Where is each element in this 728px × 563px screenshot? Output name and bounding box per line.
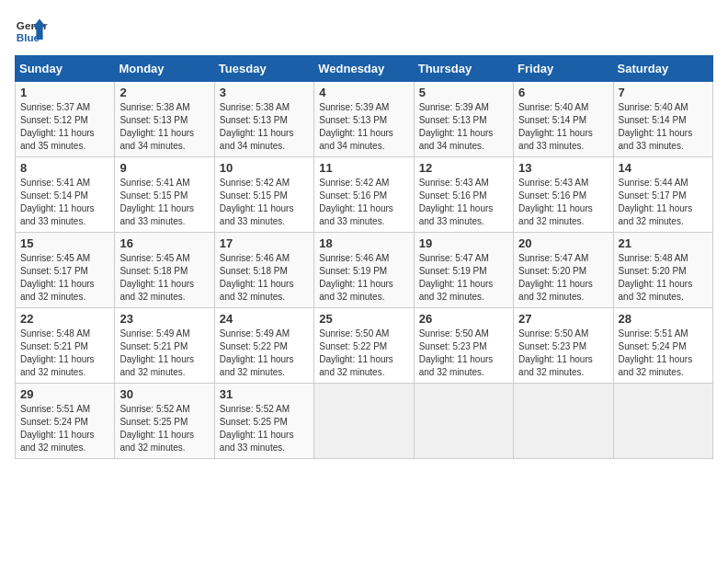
calendar-cell: 26Sunrise: 5:50 AMSunset: 5:23 PMDayligh… <box>414 308 513 384</box>
day-number: 12 <box>419 161 508 175</box>
calendar-cell: 24Sunrise: 5:49 AMSunset: 5:22 PMDayligh… <box>214 308 313 384</box>
calendar-cell: 27Sunrise: 5:50 AMSunset: 5:23 PMDayligh… <box>514 308 613 384</box>
day-number: 6 <box>518 86 608 99</box>
day-info: Sunrise: 5:43 AMSunset: 5:16 PMDaylight:… <box>419 177 508 228</box>
day-number: 25 <box>319 312 408 326</box>
day-number: 29 <box>20 387 109 401</box>
day-number: 24 <box>220 312 309 326</box>
day-number: 1 <box>20 86 109 99</box>
day-number: 17 <box>220 236 309 250</box>
day-info: Sunrise: 5:41 AMSunset: 5:15 PMDaylight:… <box>119 177 209 228</box>
calendar-cell: 5Sunrise: 5:39 AMSunset: 5:13 PMDaylight… <box>414 82 513 157</box>
calendar-table: SundayMondayTuesdayWednesdayThursdayFrid… <box>15 55 713 459</box>
day-info: Sunrise: 5:41 AMSunset: 5:14 PMDaylight:… <box>20 177 109 228</box>
day-number: 8 <box>20 161 109 175</box>
day-info: Sunrise: 5:50 AMSunset: 5:22 PMDaylight:… <box>319 327 408 379</box>
day-info: Sunrise: 5:40 AMSunset: 5:14 PMDaylight:… <box>619 101 708 153</box>
calendar-header: SundayMondayTuesdayWednesdayThursdayFrid… <box>16 56 713 82</box>
day-number: 7 <box>619 86 708 99</box>
calendar-week-4: 22Sunrise: 5:48 AMSunset: 5:21 PMDayligh… <box>16 308 713 384</box>
day-info: Sunrise: 5:50 AMSunset: 5:23 PMDaylight:… <box>419 327 508 379</box>
day-number: 10 <box>220 161 309 175</box>
calendar-cell: 13Sunrise: 5:43 AMSunset: 5:16 PMDayligh… <box>514 157 613 233</box>
day-info: Sunrise: 5:38 AMSunset: 5:13 PMDaylight:… <box>220 101 309 153</box>
day-info: Sunrise: 5:51 AMSunset: 5:24 PMDaylight:… <box>20 403 109 454</box>
calendar-cell: 16Sunrise: 5:45 AMSunset: 5:18 PMDayligh… <box>115 233 214 308</box>
day-number: 9 <box>119 161 209 175</box>
column-header-tuesday: Tuesday <box>214 56 313 82</box>
calendar-cell: 28Sunrise: 5:51 AMSunset: 5:24 PMDayligh… <box>613 308 712 384</box>
calendar-cell: 9Sunrise: 5:41 AMSunset: 5:15 PMDaylight… <box>115 157 214 233</box>
day-number: 27 <box>518 312 608 326</box>
day-info: Sunrise: 5:39 AMSunset: 5:13 PMDaylight:… <box>319 101 408 153</box>
column-header-thursday: Thursday <box>414 56 513 82</box>
day-info: Sunrise: 5:39 AMSunset: 5:13 PMDaylight:… <box>419 101 508 153</box>
day-info: Sunrise: 5:49 AMSunset: 5:21 PMDaylight:… <box>119 327 209 379</box>
calendar-cell: 22Sunrise: 5:48 AMSunset: 5:21 PMDayligh… <box>16 308 115 384</box>
calendar-cell: 17Sunrise: 5:46 AMSunset: 5:18 PMDayligh… <box>214 233 313 308</box>
calendar-cell: 12Sunrise: 5:43 AMSunset: 5:16 PMDayligh… <box>414 157 513 233</box>
calendar-week-2: 8Sunrise: 5:41 AMSunset: 5:14 PMDaylight… <box>16 157 713 233</box>
calendar-cell: 21Sunrise: 5:48 AMSunset: 5:20 PMDayligh… <box>613 233 712 308</box>
day-number: 4 <box>319 86 408 99</box>
day-number: 15 <box>20 236 109 250</box>
day-info: Sunrise: 5:44 AMSunset: 5:17 PMDaylight:… <box>619 177 708 228</box>
day-info: Sunrise: 5:52 AMSunset: 5:25 PMDaylight:… <box>119 403 209 454</box>
calendar-cell: 7Sunrise: 5:40 AMSunset: 5:14 PMDaylight… <box>613 82 712 157</box>
logo-icon: General Blue <box>15 15 48 48</box>
calendar-week-3: 15Sunrise: 5:45 AMSunset: 5:17 PMDayligh… <box>16 233 713 308</box>
day-info: Sunrise: 5:45 AMSunset: 5:18 PMDaylight:… <box>119 252 209 304</box>
day-number: 28 <box>619 312 708 326</box>
day-number: 26 <box>419 312 508 326</box>
calendar-cell: 1Sunrise: 5:37 AMSunset: 5:12 PMDaylight… <box>16 82 115 157</box>
day-number: 21 <box>619 236 708 250</box>
column-header-monday: Monday <box>115 56 214 82</box>
day-info: Sunrise: 5:47 AMSunset: 5:19 PMDaylight:… <box>419 252 508 304</box>
calendar-cell: 2Sunrise: 5:38 AMSunset: 5:13 PMDaylight… <box>115 82 214 157</box>
day-number: 5 <box>419 86 508 99</box>
calendar-week-5: 29Sunrise: 5:51 AMSunset: 5:24 PMDayligh… <box>16 384 713 459</box>
column-header-sunday: Sunday <box>16 56 115 82</box>
day-info: Sunrise: 5:50 AMSunset: 5:23 PMDaylight:… <box>518 327 608 379</box>
day-info: Sunrise: 5:40 AMSunset: 5:14 PMDaylight:… <box>518 101 608 153</box>
day-info: Sunrise: 5:52 AMSunset: 5:25 PMDaylight:… <box>220 403 309 454</box>
day-info: Sunrise: 5:43 AMSunset: 5:16 PMDaylight:… <box>518 177 608 228</box>
day-number: 14 <box>619 161 708 175</box>
calendar-cell: 25Sunrise: 5:50 AMSunset: 5:22 PMDayligh… <box>314 308 414 384</box>
day-number: 30 <box>119 387 209 401</box>
column-header-saturday: Saturday <box>613 56 712 82</box>
day-number: 19 <box>419 236 508 250</box>
calendar-cell: 23Sunrise: 5:49 AMSunset: 5:21 PMDayligh… <box>115 308 214 384</box>
calendar-cell: 29Sunrise: 5:51 AMSunset: 5:24 PMDayligh… <box>16 384 115 459</box>
day-number: 16 <box>119 236 209 250</box>
day-number: 3 <box>220 86 309 99</box>
day-info: Sunrise: 5:42 AMSunset: 5:16 PMDaylight:… <box>319 177 408 228</box>
page-header: General Blue <box>15 15 713 48</box>
day-info: Sunrise: 5:45 AMSunset: 5:17 PMDaylight:… <box>20 252 109 304</box>
calendar-cell: 4Sunrise: 5:39 AMSunset: 5:13 PMDaylight… <box>314 82 414 157</box>
day-info: Sunrise: 5:46 AMSunset: 5:19 PMDaylight:… <box>319 252 408 304</box>
day-number: 23 <box>119 312 209 326</box>
day-info: Sunrise: 5:37 AMSunset: 5:12 PMDaylight:… <box>20 101 109 153</box>
day-info: Sunrise: 5:51 AMSunset: 5:24 PMDaylight:… <box>619 327 708 379</box>
calendar-cell: 6Sunrise: 5:40 AMSunset: 5:14 PMDaylight… <box>514 82 613 157</box>
calendar-cell: 30Sunrise: 5:52 AMSunset: 5:25 PMDayligh… <box>115 384 214 459</box>
day-number: 31 <box>220 387 309 401</box>
day-number: 2 <box>119 86 209 99</box>
calendar-cell: 31Sunrise: 5:52 AMSunset: 5:25 PMDayligh… <box>214 384 313 459</box>
day-number: 22 <box>20 312 109 326</box>
calendar-cell <box>613 384 712 459</box>
calendar-week-1: 1Sunrise: 5:37 AMSunset: 5:12 PMDaylight… <box>16 82 713 157</box>
day-info: Sunrise: 5:42 AMSunset: 5:15 PMDaylight:… <box>220 177 309 228</box>
day-info: Sunrise: 5:38 AMSunset: 5:13 PMDaylight:… <box>119 101 209 153</box>
day-number: 13 <box>518 161 608 175</box>
day-info: Sunrise: 5:46 AMSunset: 5:18 PMDaylight:… <box>220 252 309 304</box>
day-info: Sunrise: 5:47 AMSunset: 5:20 PMDaylight:… <box>518 252 608 304</box>
calendar-cell <box>514 384 613 459</box>
calendar-cell: 18Sunrise: 5:46 AMSunset: 5:19 PMDayligh… <box>314 233 414 308</box>
day-info: Sunrise: 5:49 AMSunset: 5:22 PMDaylight:… <box>220 327 309 379</box>
logo: General Blue <box>15 15 48 48</box>
calendar-cell: 20Sunrise: 5:47 AMSunset: 5:20 PMDayligh… <box>514 233 613 308</box>
calendar-cell: 14Sunrise: 5:44 AMSunset: 5:17 PMDayligh… <box>613 157 712 233</box>
column-header-wednesday: Wednesday <box>314 56 414 82</box>
